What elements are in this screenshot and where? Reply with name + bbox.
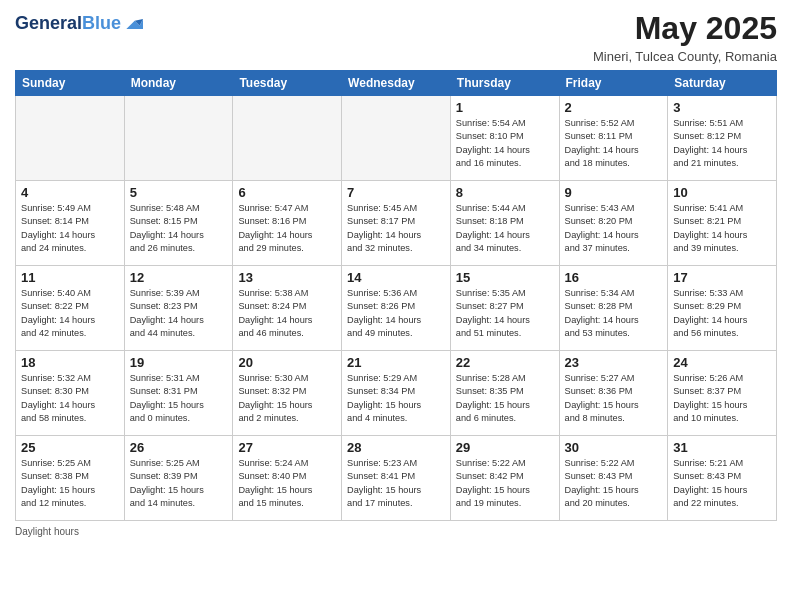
day-info: Sunrise: 5:41 AM Sunset: 8:21 PM Dayligh… <box>673 202 771 255</box>
calendar-week-row: 25Sunrise: 5:25 AM Sunset: 8:38 PM Dayli… <box>16 436 777 521</box>
day-number: 17 <box>673 270 771 285</box>
day-info: Sunrise: 5:22 AM Sunset: 8:43 PM Dayligh… <box>565 457 663 510</box>
day-number: 18 <box>21 355 119 370</box>
day-info: Sunrise: 5:44 AM Sunset: 8:18 PM Dayligh… <box>456 202 554 255</box>
day-info: Sunrise: 5:24 AM Sunset: 8:40 PM Dayligh… <box>238 457 336 510</box>
day-info: Sunrise: 5:28 AM Sunset: 8:35 PM Dayligh… <box>456 372 554 425</box>
calendar-day: 11Sunrise: 5:40 AM Sunset: 8:22 PM Dayli… <box>16 266 125 351</box>
day-info: Sunrise: 5:25 AM Sunset: 8:38 PM Dayligh… <box>21 457 119 510</box>
calendar-day: 9Sunrise: 5:43 AM Sunset: 8:20 PM Daylig… <box>559 181 668 266</box>
day-number: 21 <box>347 355 445 370</box>
day-info: Sunrise: 5:39 AM Sunset: 8:23 PM Dayligh… <box>130 287 228 340</box>
day-number: 20 <box>238 355 336 370</box>
day-info: Sunrise: 5:26 AM Sunset: 8:37 PM Dayligh… <box>673 372 771 425</box>
day-number: 6 <box>238 185 336 200</box>
day-number: 26 <box>130 440 228 455</box>
page: GeneralBlue May 2025 Mineri, Tulcea Coun… <box>0 0 792 612</box>
header: GeneralBlue May 2025 Mineri, Tulcea Coun… <box>15 10 777 64</box>
calendar-day <box>233 96 342 181</box>
day-info: Sunrise: 5:40 AM Sunset: 8:22 PM Dayligh… <box>21 287 119 340</box>
day-header: Wednesday <box>342 71 451 96</box>
day-header: Thursday <box>450 71 559 96</box>
day-info: Sunrise: 5:45 AM Sunset: 8:17 PM Dayligh… <box>347 202 445 255</box>
day-info: Sunrise: 5:29 AM Sunset: 8:34 PM Dayligh… <box>347 372 445 425</box>
calendar-day <box>16 96 125 181</box>
day-number: 7 <box>347 185 445 200</box>
day-info: Sunrise: 5:30 AM Sunset: 8:32 PM Dayligh… <box>238 372 336 425</box>
logo-text: GeneralBlue <box>15 14 121 34</box>
day-header: Saturday <box>668 71 777 96</box>
day-header: Monday <box>124 71 233 96</box>
calendar-day: 24Sunrise: 5:26 AM Sunset: 8:37 PM Dayli… <box>668 351 777 436</box>
calendar-day: 7Sunrise: 5:45 AM Sunset: 8:17 PM Daylig… <box>342 181 451 266</box>
day-number: 4 <box>21 185 119 200</box>
day-number: 30 <box>565 440 663 455</box>
day-number: 27 <box>238 440 336 455</box>
day-number: 1 <box>456 100 554 115</box>
day-number: 9 <box>565 185 663 200</box>
day-info: Sunrise: 5:54 AM Sunset: 8:10 PM Dayligh… <box>456 117 554 170</box>
calendar-day: 17Sunrise: 5:33 AM Sunset: 8:29 PM Dayli… <box>668 266 777 351</box>
calendar-day <box>124 96 233 181</box>
calendar-day: 25Sunrise: 5:25 AM Sunset: 8:38 PM Dayli… <box>16 436 125 521</box>
day-number: 19 <box>130 355 228 370</box>
calendar-day: 27Sunrise: 5:24 AM Sunset: 8:40 PM Dayli… <box>233 436 342 521</box>
day-number: 13 <box>238 270 336 285</box>
day-number: 11 <box>21 270 119 285</box>
calendar-day: 2Sunrise: 5:52 AM Sunset: 8:11 PM Daylig… <box>559 96 668 181</box>
day-header: Tuesday <box>233 71 342 96</box>
day-info: Sunrise: 5:21 AM Sunset: 8:43 PM Dayligh… <box>673 457 771 510</box>
calendar-day: 12Sunrise: 5:39 AM Sunset: 8:23 PM Dayli… <box>124 266 233 351</box>
calendar-week-row: 4Sunrise: 5:49 AM Sunset: 8:14 PM Daylig… <box>16 181 777 266</box>
calendar-header-row: SundayMondayTuesdayWednesdayThursdayFrid… <box>16 71 777 96</box>
day-header: Sunday <box>16 71 125 96</box>
day-info: Sunrise: 5:23 AM Sunset: 8:41 PM Dayligh… <box>347 457 445 510</box>
day-number: 31 <box>673 440 771 455</box>
calendar-day: 16Sunrise: 5:34 AM Sunset: 8:28 PM Dayli… <box>559 266 668 351</box>
day-info: Sunrise: 5:32 AM Sunset: 8:30 PM Dayligh… <box>21 372 119 425</box>
day-info: Sunrise: 5:49 AM Sunset: 8:14 PM Dayligh… <box>21 202 119 255</box>
day-info: Sunrise: 5:38 AM Sunset: 8:24 PM Dayligh… <box>238 287 336 340</box>
calendar: SundayMondayTuesdayWednesdayThursdayFrid… <box>15 70 777 521</box>
day-number: 15 <box>456 270 554 285</box>
day-number: 2 <box>565 100 663 115</box>
calendar-day: 22Sunrise: 5:28 AM Sunset: 8:35 PM Dayli… <box>450 351 559 436</box>
day-info: Sunrise: 5:25 AM Sunset: 8:39 PM Dayligh… <box>130 457 228 510</box>
day-number: 8 <box>456 185 554 200</box>
calendar-day: 31Sunrise: 5:21 AM Sunset: 8:43 PM Dayli… <box>668 436 777 521</box>
day-info: Sunrise: 5:51 AM Sunset: 8:12 PM Dayligh… <box>673 117 771 170</box>
day-info: Sunrise: 5:43 AM Sunset: 8:20 PM Dayligh… <box>565 202 663 255</box>
day-header: Friday <box>559 71 668 96</box>
calendar-day: 10Sunrise: 5:41 AM Sunset: 8:21 PM Dayli… <box>668 181 777 266</box>
day-info: Sunrise: 5:27 AM Sunset: 8:36 PM Dayligh… <box>565 372 663 425</box>
day-info: Sunrise: 5:31 AM Sunset: 8:31 PM Dayligh… <box>130 372 228 425</box>
day-number: 25 <box>21 440 119 455</box>
calendar-day: 8Sunrise: 5:44 AM Sunset: 8:18 PM Daylig… <box>450 181 559 266</box>
day-info: Sunrise: 5:52 AM Sunset: 8:11 PM Dayligh… <box>565 117 663 170</box>
calendar-day: 14Sunrise: 5:36 AM Sunset: 8:26 PM Dayli… <box>342 266 451 351</box>
calendar-day: 30Sunrise: 5:22 AM Sunset: 8:43 PM Dayli… <box>559 436 668 521</box>
calendar-day: 18Sunrise: 5:32 AM Sunset: 8:30 PM Dayli… <box>16 351 125 436</box>
calendar-day <box>342 96 451 181</box>
calendar-day: 28Sunrise: 5:23 AM Sunset: 8:41 PM Dayli… <box>342 436 451 521</box>
day-info: Sunrise: 5:35 AM Sunset: 8:27 PM Dayligh… <box>456 287 554 340</box>
day-info: Sunrise: 5:34 AM Sunset: 8:28 PM Dayligh… <box>565 287 663 340</box>
calendar-day: 20Sunrise: 5:30 AM Sunset: 8:32 PM Dayli… <box>233 351 342 436</box>
calendar-week-row: 11Sunrise: 5:40 AM Sunset: 8:22 PM Dayli… <box>16 266 777 351</box>
calendar-day: 29Sunrise: 5:22 AM Sunset: 8:42 PM Dayli… <box>450 436 559 521</box>
day-info: Sunrise: 5:22 AM Sunset: 8:42 PM Dayligh… <box>456 457 554 510</box>
day-number: 3 <box>673 100 771 115</box>
calendar-week-row: 18Sunrise: 5:32 AM Sunset: 8:30 PM Dayli… <box>16 351 777 436</box>
daylight-label: Daylight hours <box>15 526 79 537</box>
calendar-day: 6Sunrise: 5:47 AM Sunset: 8:16 PM Daylig… <box>233 181 342 266</box>
day-number: 16 <box>565 270 663 285</box>
calendar-day: 3Sunrise: 5:51 AM Sunset: 8:12 PM Daylig… <box>668 96 777 181</box>
calendar-day: 13Sunrise: 5:38 AM Sunset: 8:24 PM Dayli… <box>233 266 342 351</box>
calendar-day: 23Sunrise: 5:27 AM Sunset: 8:36 PM Dayli… <box>559 351 668 436</box>
calendar-day: 26Sunrise: 5:25 AM Sunset: 8:39 PM Dayli… <box>124 436 233 521</box>
footer: Daylight hours <box>15 526 777 537</box>
month-title: May 2025 <box>593 10 777 47</box>
calendar-day: 5Sunrise: 5:48 AM Sunset: 8:15 PM Daylig… <box>124 181 233 266</box>
day-info: Sunrise: 5:48 AM Sunset: 8:15 PM Dayligh… <box>130 202 228 255</box>
day-number: 23 <box>565 355 663 370</box>
